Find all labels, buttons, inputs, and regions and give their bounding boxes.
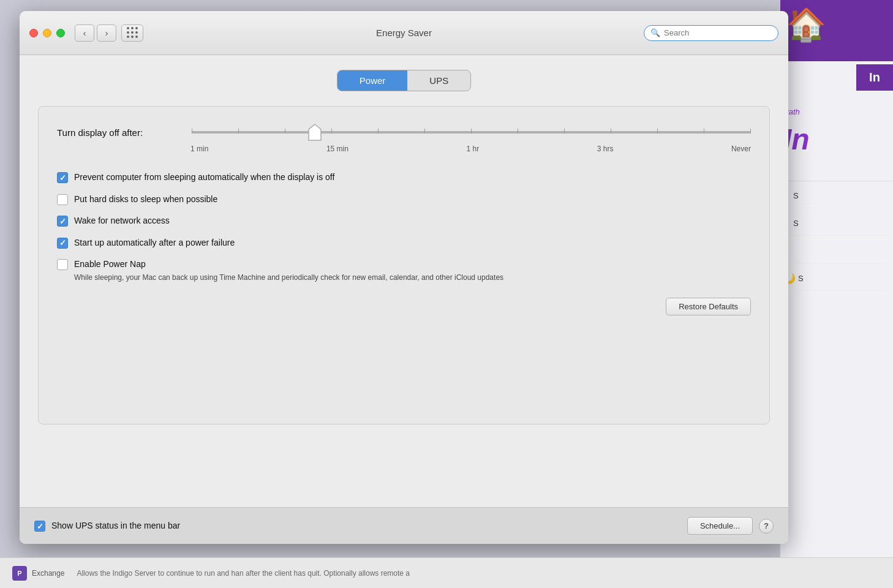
grid-view-button[interactable] <box>121 24 143 42</box>
sidebar-item-s2[interactable]: S <box>783 211 890 236</box>
sidebar-item-f[interactable]: F <box>783 239 890 263</box>
startup-power-checkbox[interactable] <box>57 238 68 249</box>
checkbox-power-nap: Enable Power Nap While sleeping, your Ma… <box>57 258 751 282</box>
grid-icon <box>127 27 138 39</box>
restore-defaults-row: Restore Defaults <box>57 298 751 315</box>
show-ups-checkbox[interactable] <box>34 521 45 532</box>
bottom-checkbox-container: Show UPS status in the menu bar <box>34 520 180 532</box>
slider-ticks-container <box>192 129 751 134</box>
back-chevron-icon: ‹ <box>83 28 86 38</box>
slider-row: Turn display off after: <box>57 125 751 140</box>
sidebar-divider-1 <box>780 181 893 181</box>
hard-disks-label: Put hard disks to sleep when possible <box>74 194 217 206</box>
right-sidebar-header: 🏠 <box>780 0 893 61</box>
tick-label-15min: 15 min <box>326 145 349 153</box>
sidebar-in-badge[interactable]: In <box>856 64 893 91</box>
tick-mark-1 <box>192 129 192 134</box>
checkbox-hard-disks: Put hard disks to sleep when possible <box>57 194 751 206</box>
wake-network-checkbox[interactable] <box>57 216 68 227</box>
power-nap-label: Enable Power Nap While sleeping, your Ma… <box>74 258 503 282</box>
wake-network-label: Wake for network access <box>74 215 170 227</box>
tick-label-3hrs: 3 hrs <box>597 145 614 153</box>
tick-label-1hr: 1 hr <box>466 145 479 153</box>
slider-track <box>192 131 751 134</box>
energy-saver-window: ‹ › Energy Saver 🔍 Power <box>20 11 788 544</box>
bottom-bar: Show UPS status in the menu bar Schedule… <box>20 507 788 544</box>
search-input[interactable] <box>664 28 772 37</box>
help-button[interactable]: ? <box>759 519 774 533</box>
sidebar-item-s1[interactable]: S <box>783 184 890 208</box>
schedule-button[interactable]: Schedule... <box>687 517 753 535</box>
tab-power[interactable]: Power <box>337 70 408 91</box>
tick-label-1min: 1 min <box>190 145 208 153</box>
slider-label: Turn display off after: <box>57 127 179 138</box>
prevent-sleep-label: Prevent computer from sleeping automatic… <box>74 172 334 184</box>
tick-mark-5 <box>378 129 379 134</box>
slider-tick-labels: 1 min 15 min 1 hr 3 hrs Never <box>57 145 751 153</box>
segmented-wrapper: Power UPS <box>337 70 471 91</box>
tick-mark-12 <box>704 129 704 134</box>
inner-panel: Turn display off after: <box>38 106 770 424</box>
hard-disks-checkbox[interactable] <box>57 194 68 205</box>
tick-mark-9 <box>564 129 565 134</box>
close-button[interactable] <box>29 29 38 37</box>
slider-thumb[interactable] <box>308 124 322 141</box>
tick-mark-3 <box>285 129 285 134</box>
tick-mark-10 <box>611 129 611 134</box>
exchange-label: Exchange <box>32 569 64 578</box>
exchange-subtext: Allows the Indigo Server to continue to … <box>77 569 410 578</box>
power-nap-checkbox[interactable] <box>57 259 68 270</box>
sidebar-logo-icon: 🏠 <box>786 6 826 43</box>
tick-mark-4 <box>331 129 332 134</box>
prevent-sleep-checkbox[interactable] <box>57 172 68 183</box>
content-area: Power UPS Turn display off after: <box>20 55 788 507</box>
title-bar: ‹ › Energy Saver 🔍 <box>20 11 788 55</box>
restore-defaults-button[interactable]: Restore Defaults <box>666 298 751 315</box>
tab-ups[interactable]: UPS <box>407 70 470 91</box>
forward-button[interactable]: › <box>97 24 116 42</box>
sidebar-item-s3[interactable]: 🌙S <box>783 266 890 291</box>
bottom-actions: Schedule... ? <box>687 517 774 535</box>
minimize-button[interactable] <box>43 29 51 37</box>
search-box[interactable]: 🔍 <box>644 25 778 41</box>
slider-track-container[interactable] <box>192 125 751 140</box>
checkbox-wake-network: Wake for network access <box>57 215 751 227</box>
checkbox-list: Prevent computer from sleeping automatic… <box>57 172 751 283</box>
tick-label-never: Never <box>731 145 751 153</box>
right-sidebar: 🏠 In Path In S S F 🌙S <box>780 0 893 588</box>
tick-mark-13 <box>750 129 751 134</box>
tick-mark-6 <box>424 129 425 134</box>
segmented-control: Power UPS <box>38 70 770 91</box>
window-title: Energy Saver <box>376 28 432 38</box>
checkbox-startup-power: Start up automatically after a power fai… <box>57 237 751 249</box>
tick-mark-11 <box>657 129 658 134</box>
slider-section: Turn display off after: <box>57 125 751 153</box>
checkbox-prevent-sleep: Prevent computer from sleeping automatic… <box>57 172 751 184</box>
maximize-button[interactable] <box>56 29 65 37</box>
search-icon: 🔍 <box>650 28 660 37</box>
tick-mark-7 <box>471 129 472 134</box>
svg-marker-0 <box>309 124 321 140</box>
tick-mark-8 <box>518 129 518 134</box>
forward-chevron-icon: › <box>105 28 108 38</box>
back-button[interactable]: ‹ <box>75 24 94 42</box>
show-ups-label: Show UPS status in the menu bar <box>51 520 180 532</box>
exchange-icon: P <box>12 566 27 581</box>
nav-buttons: ‹ › <box>75 24 116 42</box>
startup-power-label: Start up automatically after a power fai… <box>74 237 235 249</box>
bottom-strip: P Exchange Allows the Indigo Server to c… <box>0 557 893 588</box>
tick-mark-2 <box>238 129 239 134</box>
traffic-lights <box>29 29 65 37</box>
